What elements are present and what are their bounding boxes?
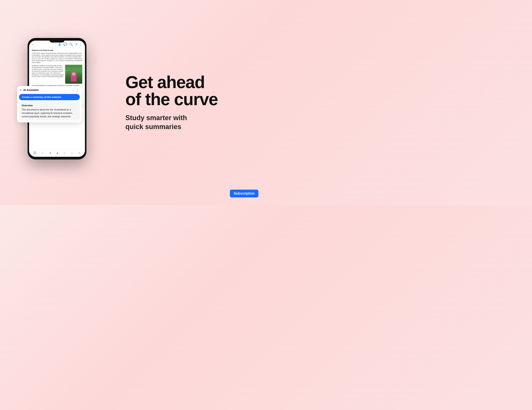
share-icon[interactable]: ↗: [75, 43, 77, 46]
left-section: ← 💧 💬 🔍 ↗ ⋮ Regional and Global Growth E…: [0, 0, 114, 205]
document-title: Regional and Global Growth: [32, 49, 82, 52]
comment-icon[interactable]: 💬: [64, 43, 67, 46]
summary-suggestion-chip[interactable]: Create a summary of the material: [19, 94, 80, 100]
overview-title: Overview: [22, 104, 77, 107]
top-bar-icons: 💧 💬 🔍 ↗ ⋮: [58, 43, 82, 46]
document-with-image: A significant catalyst for the sport's g…: [32, 65, 82, 84]
search-icon[interactable]: 🔍: [69, 43, 73, 46]
overview-body: This document is about the rise of pickl…: [22, 108, 77, 118]
ai-panel-header-left: × AI Assistant: [20, 89, 38, 91]
player-figure: [71, 72, 76, 82]
ai-panel-header: × AI Assistant ⋮: [17, 86, 82, 94]
phone-bottom-bar: A ✓ ✗ ● □ — ✏: [29, 149, 85, 157]
overview-card: Overview This document is about the rise…: [19, 102, 80, 120]
phone-device: ← 💧 💬 🔍 ↗ ⋮ Regional and Global Growth E…: [28, 38, 86, 159]
back-icon[interactable]: ←: [32, 43, 35, 46]
document-body1: Examining the regional and global growth…: [32, 52, 82, 64]
dot-icon[interactable]: ●: [57, 152, 58, 155]
dash-icon[interactable]: —: [71, 152, 73, 155]
right-section: Get ahead of the curve Study smarter wit…: [114, 0, 266, 205]
headline: Get ahead of the curve: [125, 74, 251, 108]
subheadline-line2: quick summaries: [125, 123, 181, 131]
check-icon[interactable]: ✓: [42, 152, 44, 155]
document-image: [65, 65, 82, 84]
subheadline: Study smarter with quick summaries: [125, 113, 251, 131]
ai-more-button[interactable]: ⋮: [76, 88, 79, 92]
subheadline-line1: Study smarter with: [125, 114, 187, 122]
headline-line2: of the curve: [125, 90, 218, 109]
ink-icon[interactable]: 💧: [58, 43, 62, 46]
headline-line1: Get ahead: [125, 73, 205, 92]
document-body2: A significant catalyst for the sport's g…: [32, 65, 64, 84]
text-icon[interactable]: A: [33, 152, 36, 155]
square-icon[interactable]: □: [64, 152, 65, 155]
ai-close-button[interactable]: ×: [20, 89, 21, 91]
cross-icon[interactable]: ✗: [49, 152, 51, 155]
more-icon[interactable]: ⋮: [79, 43, 82, 46]
pen-icon[interactable]: ✏: [79, 152, 81, 155]
subscription-badge[interactable]: Subscription: [230, 190, 258, 197]
ai-assistant-title: AI Assistant: [23, 89, 38, 91]
phone-notch: [49, 38, 65, 43]
ai-assistant-panel: × AI Assistant ⋮ Create a summary of the…: [17, 86, 82, 122]
